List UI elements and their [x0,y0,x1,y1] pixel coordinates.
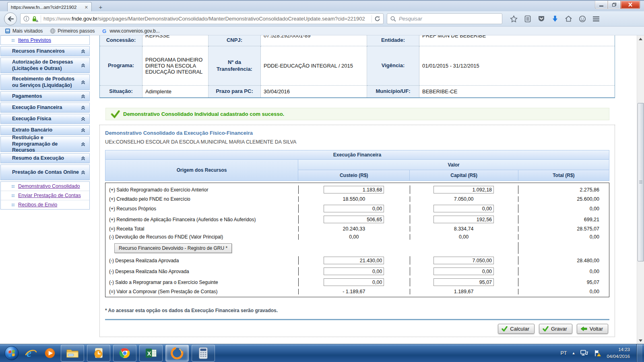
page-info-icon[interactable] [23,16,29,22]
sidebar-item-recibos-de-envio[interactable]: Recibos de Envio [1,200,89,209]
search-icon [390,16,396,22]
action-center-flag-icon[interactable] [594,350,602,357]
taskbar-internet-explorer[interactable]: e [23,345,39,361]
sidebar-section-pagamentos[interactable]: Pagamentos [0,91,90,101]
https-lock-icon[interactable] [32,16,38,22]
sidebar-section-recebimento-de-produtos-ou-servicos-liquidacao[interactable]: Recebimento de Produtos ou Serviços (Liq… [0,74,90,90]
browser-tab[interactable]: https://www.fn...am?cid=221902 ✕ [7,2,92,12]
home-icon[interactable] [564,14,574,24]
info-value-vigencia: 01/01/2015 - 31/12/2015 [419,46,615,86]
fin-row-label: (+) Rendimento de Aplicação Financeira (… [105,214,298,225]
info-table: Concessão:REPASSECNPJ:07.528.292/0001-89… [99,35,615,98]
fin-input-custeio[interactable] [324,216,384,223]
sidebar-section-prestacao-de-contas-online[interactable]: Prestação de Contas Online [0,165,90,180]
back-button[interactable] [4,12,17,25]
fin-input-capital[interactable] [433,257,494,264]
sidebar-section-label: Restituição e Reprogramação de Recursos [12,135,81,154]
sidebar-section-recursos-financeiros[interactable]: Recursos Financeiros [0,46,90,56]
explorer-folder-icon [66,348,79,359]
bookmark-www-convenios-gov-b[interactable]: Gwww.convenios.gov.b... [100,28,161,34]
url-bar[interactable]: https://www.fnde.gov.br/sigpc/pages/Mant… [20,13,384,24]
fin-input-capital[interactable] [433,205,494,212]
language-indicator[interactable]: PT [561,350,567,356]
fin-input-capital[interactable] [433,278,494,286]
close-button[interactable] [621,1,640,9]
taskbar-chrome[interactable] [113,345,136,362]
sidebar-item-demonstrativo-consolidado[interactable]: Demonstrativo Consolidado [1,182,89,191]
new-tab-button[interactable]: + [96,3,105,11]
fin-cell-total: 28.480,00 [518,255,609,266]
button-voltar[interactable]: Voltar [577,324,608,334]
sidebar-item-enviar-prestacao-de-contas[interactable]: Enviar Prestação de Contas [1,191,89,200]
fin-cell-custeio [298,214,409,225]
fin-cell-custeio [298,184,409,195]
chrome-icon [119,347,131,359]
fin-input-custeio[interactable] [324,205,384,212]
fin-cell-capital [410,203,518,214]
menu-icon[interactable] [591,14,601,24]
scroll-up-arrow[interactable] [637,35,644,42]
bookmark-mais-visitados[interactable]: Mais visitados [3,28,44,34]
hello-smiley-icon[interactable] [577,14,587,24]
gru-register-button[interactable]: Recurso Financeiro Devolvido - Registro … [114,243,232,253]
fin-input-capital[interactable] [433,267,494,275]
search-input[interactable]: Pesquisar [387,13,502,24]
page-scrollbar[interactable] [637,35,644,344]
fin-row-creditado-pelo-fnde-no-exercicio: (+) Creditado pelo FNDE no Exercício18.5… [105,195,609,203]
fin-cell-total: 2.275,86 [518,184,609,195]
download-icon[interactable] [550,14,560,24]
green-check-icon [543,326,549,331]
start-button[interactable] [3,345,20,362]
fin-input-custeio[interactable] [324,267,384,275]
pocket-icon[interactable] [536,14,546,24]
fin-input-custeio[interactable] [324,257,384,264]
fin-cell-capital: 1.189,67 [410,288,518,296]
network-icon[interactable] [580,350,589,357]
scroll-thumb[interactable] [638,103,644,261]
button-calcular[interactable]: Calcular [498,324,535,334]
taskbar: eX PT ▲ 14:23 04/04/2016 [0,344,644,362]
bookmark-primeiros-passos[interactable]: Primeiros passos [48,28,96,34]
fin-row-label: (+) Recursos Próprios [105,203,298,214]
taskbar-explorer[interactable] [61,345,84,362]
taskbar-windows-media-player[interactable] [42,345,58,361]
scroll-down-arrow[interactable] [637,337,644,344]
sidebar-section-resumo-da-execucao[interactable]: Resumo da Execução [0,153,90,163]
bookmarks-bar: Mais visitadosPrimeiros passosGwww.conve… [0,27,644,35]
taskbar-outlook[interactable] [87,345,110,362]
sidebar-section-execucao-financeira[interactable]: Execução Financeira [0,103,90,113]
success-text: Demonstrativo Consolidado Individual cad… [123,111,284,117]
sidebar-link-label: Demonstrativo Consolidado [18,183,80,189]
fin-input-capital[interactable] [433,186,494,193]
tray-expand-icon[interactable]: ▲ [572,351,576,355]
reload-icon[interactable] [374,16,380,22]
sidebar-section-autorizacao-de-despesas-licitacoes-e-outras[interactable]: Autorização de Despesas (Licitações e Ou… [0,58,90,73]
fin-input-custeio[interactable] [324,278,384,286]
minimize-button[interactable] [595,1,608,9]
bookmark-label: Mais visitados [12,28,43,34]
taskbar-firefox[interactable] [165,345,189,362]
fin-cell-custeio: - 1.189,67 [298,288,409,296]
bookmark-star-icon[interactable] [509,14,519,24]
button-gravar[interactable]: Gravar [539,324,572,334]
col-header-custeio: Custeio (R$) [298,170,409,181]
fin-input-custeio[interactable] [324,186,384,193]
fin-value-capital: 0,00 [459,234,469,240]
clock[interactable]: 14:23 04/04/2016 [607,346,630,360]
sidebar-section-execucao-fisica[interactable]: Execução Física [0,114,90,124]
fin-input-capital[interactable] [433,216,494,223]
sidebar-section-extrato-bancario[interactable]: Extrato Bancário [0,125,90,135]
sidebar-link-label: Recibos de Envio [18,202,57,208]
sidebar-item-itens-previstos[interactable]: Itens Previstos [1,36,89,45]
form-panel: Demonstrativo Consolidado da Execução Fí… [99,125,615,337]
taskbar-calculator[interactable] [192,345,215,362]
tab-close-icon[interactable]: ✕ [85,5,88,10]
taskbar-excel[interactable]: X [139,345,163,362]
sidebar-section-restituicao-e-reprogramacao-de-recursos[interactable]: Restituição e Reprogramação de Recursos [0,136,90,152]
uex-subtitle: UEx:CONSELHO ESCOLAR DA ESCOLA MUNICIPAL… [105,139,609,145]
navigation-toolbar: https://www.fnde.gov.br/sigpc/pages/Mant… [0,11,644,27]
restore-button[interactable] [608,1,621,9]
show-desktop-button[interactable] [636,344,642,362]
info-row: Concessão:REPASSECNPJ:07.528.292/0001-89… [100,35,615,46]
reading-list-icon[interactable] [522,14,533,24]
